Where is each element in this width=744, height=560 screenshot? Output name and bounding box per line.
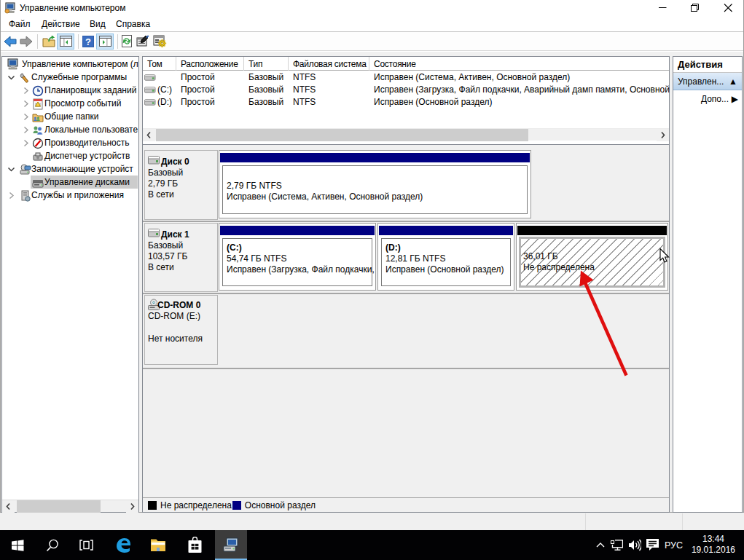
svg-text:?: ? [85,36,91,47]
